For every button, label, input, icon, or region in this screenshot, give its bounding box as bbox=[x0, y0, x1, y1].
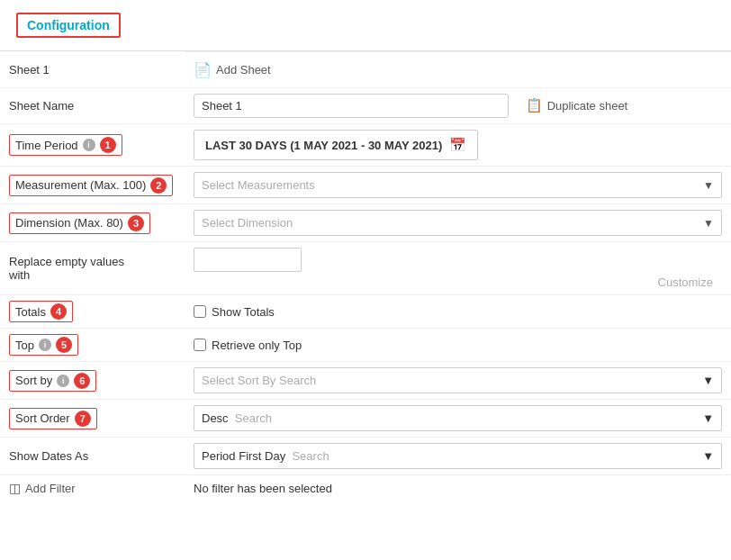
totals-row: Totals 4 Show Totals bbox=[0, 295, 731, 329]
measurement-badge: 2 bbox=[150, 177, 167, 194]
sort-by-dropdown[interactable]: Select Sort By Search ▼ bbox=[194, 367, 722, 393]
sort-by-label: Sort by bbox=[15, 374, 52, 387]
duplicate-sheet-label: Duplicate sheet bbox=[547, 99, 628, 113]
retrieve-only-top-label: Retrieve only Top bbox=[212, 339, 302, 352]
time-period-button[interactable]: LAST 30 DAYS (1 MAY 2021 - 30 MAY 2021) … bbox=[194, 130, 478, 160]
show-totals-label: Show Totals bbox=[212, 305, 275, 319]
measurement-label: Measurement (Max. 100) bbox=[15, 178, 146, 192]
add-sheet-button[interactable]: 📄 Add Sheet bbox=[194, 61, 271, 78]
show-totals-checkbox-row: Show Totals bbox=[194, 305, 722, 319]
sort-by-info-icon: i bbox=[57, 375, 69, 387]
sort-order-label: Sort Order bbox=[15, 411, 70, 425]
time-period-badge: 1 bbox=[100, 137, 116, 153]
sort-order-value: Desc Search bbox=[202, 411, 272, 425]
add-filter-label: Add Filter bbox=[25, 482, 76, 495]
configuration-header: Configuration bbox=[16, 13, 121, 38]
dimension-label: Dimension (Max. 80) bbox=[15, 216, 123, 230]
show-dates-value: Period First Day Search bbox=[202, 449, 329, 463]
top-label: Top bbox=[15, 339, 34, 352]
dimension-label-box: Dimension (Max. 80) 3 bbox=[9, 212, 150, 234]
add-filter-row: ◫ Add Filter No filter has been selected bbox=[0, 475, 731, 501]
show-dates-dropdown[interactable]: Period First Day Search ▼ bbox=[194, 443, 722, 469]
top-info-icon: i bbox=[39, 339, 51, 351]
retrieve-only-top-checkbox-row: Retrieve only Top bbox=[194, 339, 722, 352]
replace-empty-input[interactable] bbox=[194, 248, 302, 272]
totals-badge: 4 bbox=[50, 303, 67, 320]
sheet1-row: Sheet 1 📄 Add Sheet bbox=[0, 52, 731, 88]
measurement-label-box: Measurement (Max. 100) 2 bbox=[9, 175, 173, 196]
retrieve-only-top-checkbox[interactable] bbox=[194, 339, 206, 351]
add-sheet-label: Add Sheet bbox=[216, 63, 271, 77]
customize-link[interactable]: Customize bbox=[658, 275, 722, 289]
show-dates-label: Show Dates As bbox=[9, 449, 88, 463]
sort-order-dropdown[interactable]: Desc Search ▼ bbox=[194, 405, 722, 431]
time-period-info-icon: i bbox=[83, 139, 95, 151]
dimension-dropdown[interactable]: Select Dimension ▼ bbox=[194, 210, 722, 236]
measurement-placeholder: Select Measurements bbox=[202, 178, 315, 192]
time-period-label-box: Time Period i 1 bbox=[9, 134, 122, 156]
measurement-caret-icon: ▼ bbox=[703, 179, 714, 192]
dimension-row: Dimension (Max. 80) 3 Select Dimension ▼ bbox=[0, 204, 731, 242]
sheet-name-label: Sheet Name bbox=[9, 99, 74, 113]
dimension-placeholder: Select Dimension bbox=[202, 216, 293, 230]
sort-order-row: Sort Order 7 Desc Search ▼ bbox=[0, 400, 731, 438]
configuration-title: Configuration bbox=[27, 18, 110, 32]
time-period-row: Time Period i 1 LAST 30 DAYS (1 MAY 2021… bbox=[0, 124, 731, 167]
duplicate-sheet-icon: 📋 bbox=[526, 97, 543, 113]
no-filter-text: No filter has been selected bbox=[194, 482, 332, 495]
replace-empty-row: Replace empty values with Customize bbox=[0, 242, 731, 295]
add-filter-button[interactable]: ◫ Add Filter bbox=[9, 481, 76, 495]
sort-by-badge: 6 bbox=[74, 373, 90, 389]
dimension-caret-icon: ▼ bbox=[703, 217, 714, 230]
measurement-row: Measurement (Max. 100) 2 Select Measurem… bbox=[0, 167, 731, 204]
sort-order-badge: 7 bbox=[75, 411, 91, 427]
sort-order-caret-icon: ▼ bbox=[702, 411, 714, 425]
top-row: Top i 5 Retrieve only Top bbox=[0, 329, 731, 362]
totals-label-box: Totals 4 bbox=[9, 301, 73, 322]
dimension-badge: 3 bbox=[128, 215, 144, 231]
time-period-label: Time Period bbox=[15, 139, 78, 152]
sort-by-row: Sort by i 6 Select Sort By Search ▼ bbox=[0, 362, 731, 400]
sort-order-label-box: Sort Order 7 bbox=[9, 408, 97, 429]
duplicate-sheet-button[interactable]: 📋 Duplicate sheet bbox=[526, 97, 628, 113]
show-dates-caret-icon: ▼ bbox=[702, 449, 714, 463]
replace-empty-label: Replace empty values with bbox=[9, 255, 124, 282]
top-label-box: Top i 5 bbox=[9, 334, 78, 356]
sort-by-value: Select Sort By Search bbox=[202, 374, 316, 387]
measurement-dropdown[interactable]: Select Measurements ▼ bbox=[194, 172, 722, 198]
time-period-value: LAST 30 DAYS (1 MAY 2021 - 30 MAY 2021) bbox=[205, 139, 442, 152]
top-badge: 5 bbox=[56, 337, 72, 353]
add-filter-icon: ◫ bbox=[9, 481, 21, 495]
show-dates-row: Show Dates As Period First Day Search ▼ bbox=[0, 438, 731, 475]
show-totals-checkbox[interactable] bbox=[194, 305, 206, 318]
add-sheet-icon: 📄 bbox=[194, 61, 212, 78]
sort-by-caret-icon: ▼ bbox=[702, 374, 714, 387]
sheet-name-row: Sheet Name 📋 Duplicate sheet bbox=[0, 88, 731, 124]
calendar-icon: 📅 bbox=[449, 137, 466, 153]
totals-label: Totals bbox=[15, 305, 46, 319]
sheet1-label: Sheet 1 bbox=[9, 63, 50, 77]
sort-by-label-box: Sort by i 6 bbox=[9, 370, 96, 392]
sheet-name-input[interactable] bbox=[194, 94, 509, 118]
